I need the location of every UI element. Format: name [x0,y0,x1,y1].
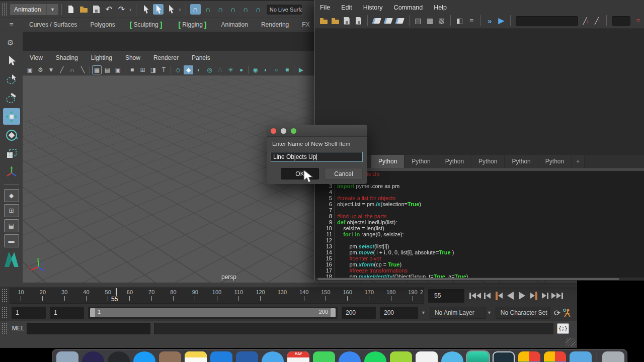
timeline-tick[interactable]: 80 [163,288,184,303]
pencil-icon[interactable]: ╱ [57,65,66,74]
scale-tool[interactable] [3,145,20,162]
snap-to-curves-icon[interactable]: ∩ [203,4,213,15]
flat-square-icon[interactable]: ■ [127,65,137,74]
anim-layer-selector[interactable]: No Anim Layer [430,307,486,319]
execute-icon[interactable]: ▶ [497,16,506,26]
select-arrow-icon[interactable]: ▶ [296,65,306,74]
panel-menu-shading[interactable]: Shading [56,54,78,61]
snap-to-grids-icon[interactable]: ∩ [190,4,201,15]
animation-start-field[interactable]: 1 [12,307,46,319]
pane-history-icon[interactable]: ▤ [413,16,423,26]
timeline-tick[interactable]: 60 [119,288,140,303]
script-editor-icon[interactable]: {;} [557,323,569,334]
dock-facetime-icon[interactable] [313,351,335,362]
half-cube-icon[interactable]: ◐ [194,65,204,74]
select-object-icon[interactable] [153,4,164,15]
chevron-down-icon[interactable]: ▼ [487,310,492,315]
timeline-tick[interactable]: 140 [293,288,314,303]
open-scene-icon[interactable] [78,4,89,15]
dock-mail-icon[interactable] [210,351,232,362]
lasso-tool[interactable] [3,71,20,87]
layout-outliner-pane-button[interactable]: ▤ [4,219,19,232]
shelf-tab-sculpting[interactable]: [Sculpting] [122,18,171,31]
menu-history[interactable]: History [363,4,383,11]
dot-square-icon[interactable]: ▣ [113,65,123,74]
brush-icon[interactable]: ╲ [78,65,88,74]
script-input-pane[interactable]: 1#Line Objects Up2#lesson two3import pym… [315,171,644,278]
cube-shaded-icon[interactable]: ◆ [184,65,193,74]
range-slider[interactable]: 1 200 [88,307,338,319]
step-back-key-button[interactable] [494,289,504,302]
timeline-tick[interactable]: 110 [228,288,250,303]
animation-preferences-icon[interactable] [562,308,573,318]
line-numbers-icon[interactable]: ≡ [466,16,476,26]
close-icon[interactable] [271,128,276,134]
pane-split-icon[interactable]: ▥ [425,16,435,26]
expand-chevron-icon[interactable]: › [179,6,181,13]
shelf-tab-fx[interactable]: FX [295,18,316,31]
cancel-button[interactable]: Cancel [325,168,363,179]
dark-square-icon[interactable]: ■ [282,65,292,74]
shelf-tab-rigging[interactable]: [Rigging] [170,18,214,31]
character-set-selector[interactable]: No Character Set [496,307,550,319]
dock-chrome-icon[interactable] [544,351,566,362]
dock-xcode-icon[interactable] [570,351,592,362]
tab-python[interactable]: Python [538,155,572,168]
grid-icon[interactable]: ▦ [92,65,102,74]
timeline-tick[interactable]: 70 [141,288,163,303]
playback-loop-icon[interactable]: ⟳ [554,308,560,318]
pane-mini-icon[interactable]: ◧ [455,16,464,26]
move-tool[interactable] [3,108,20,125]
save-scene-icon[interactable] [91,4,102,15]
tab-python[interactable]: Python [505,155,538,168]
dock-compass-app-icon[interactable] [108,351,130,362]
panel-menu-panels[interactable]: Panels [192,54,210,61]
select-hierarchy-icon[interactable] [140,4,151,15]
panel-menu-lighting[interactable]: Lighting [91,54,112,61]
tab-python[interactable]: Python [405,155,438,168]
cube-wire-icon[interactable]: ◇ [173,65,183,74]
scrollbar-thumb[interactable] [317,278,619,280]
drag-handle[interactable] [2,323,7,334]
dock-app-store-icon[interactable] [133,351,155,362]
script-search-field[interactable] [516,16,578,26]
layout-four-pane-button[interactable]: ⊞ [4,204,19,217]
timeline-tick[interactable]: 90 [184,288,206,303]
playhead[interactable] [116,288,117,296]
dock-notes-icon[interactable] [185,351,207,362]
execute-all-icon[interactable]: » [485,16,495,26]
menu-set-dropdown[interactable]: Animation ▼ [10,4,58,15]
sphere-shadow-icon[interactable]: ◉ [251,65,260,74]
play-backwards-button[interactable] [505,289,516,302]
tab-python[interactable]: Python [471,155,505,168]
camera-icon[interactable]: ▣ [25,65,35,74]
time-slider[interactable]: 1020304050607080901001101201301401501601… [10,288,424,304]
letter-t-icon[interactable]: T [159,65,169,74]
dock-spotify-icon[interactable] [364,351,386,362]
panel-menu-renderer[interactable]: Renderer [153,54,179,61]
timeline-tick[interactable]: 130 [271,288,293,303]
timeline-tick[interactable]: 170 [358,288,380,303]
chevron-down-icon[interactable]: ▼ [421,310,426,315]
dock-maya-icon[interactable] [467,351,489,362]
error-lines-icon[interactable]: ≡ [633,16,643,26]
panel-menu-show[interactable]: Show [125,54,140,61]
dock-skype-icon[interactable] [441,351,463,362]
step-forward-key-button[interactable] [528,289,539,302]
film-icon[interactable]: ▤ [103,65,112,74]
open-script-icon[interactable] [318,16,328,26]
save-to-shelf-icon[interactable] [354,16,363,26]
animation-end-field[interactable]: 200 [380,307,418,319]
bookmark-icon[interactable]: ▼ [46,65,56,74]
step-forward-frame-button[interactable] [540,289,550,302]
horizontal-scrollbar[interactable] [315,278,644,281]
dialog-title-bar[interactable] [267,125,367,137]
save-script-icon[interactable] [342,16,351,26]
clear-input-icon[interactable] [383,16,393,26]
ring-icon[interactable]: ○ [272,65,281,74]
minimize-icon[interactable] [281,128,286,134]
dock-safari-icon[interactable] [339,351,361,362]
last-tool[interactable] [3,164,20,180]
timeline-tick[interactable]: 180 [380,288,402,303]
rotate-tool[interactable] [3,127,20,143]
